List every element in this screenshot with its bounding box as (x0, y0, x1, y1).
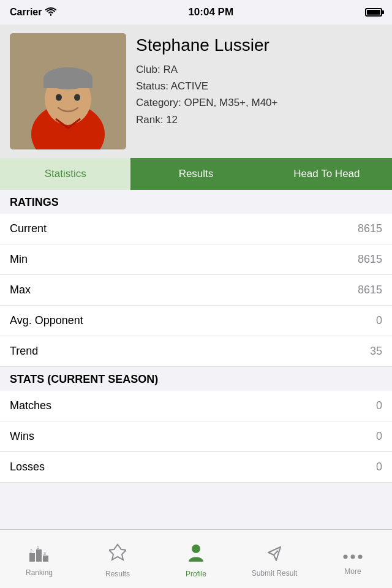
tab-statistics[interactable]: Statistics (0, 158, 130, 190)
more-icon (343, 546, 363, 565)
content-area: RATINGS Current 8615 Min 8615 Max 8615 A… (0, 190, 392, 483)
submit-label: Submit Result (252, 569, 298, 578)
row-trend: Trend 35 (0, 336, 392, 367)
svg-point-19 (358, 555, 363, 559)
top-tab-bar: Statistics Results Head To Head (0, 158, 392, 190)
results-icon (109, 543, 126, 567)
value-current: 8615 (358, 222, 382, 235)
bottom-tab-results[interactable]: Results (78, 540, 157, 578)
battery-icon (365, 8, 382, 17)
row-avg-opponent: Avg. Opponent 0 (0, 306, 392, 336)
ranking-icon: 2 1 3 (29, 545, 49, 566)
svg-point-18 (351, 555, 355, 559)
time-label: 10:04 PM (188, 6, 233, 18)
profile-tab-label: Profile (186, 570, 206, 578)
value-trend: 35 (370, 345, 382, 358)
bottom-tab-profile[interactable]: Profile (157, 540, 235, 578)
svg-text:2: 2 (30, 549, 32, 553)
label-current: Current (10, 222, 47, 235)
svg-point-15 (192, 545, 200, 553)
row-current: Current 8615 (0, 214, 392, 244)
value-matches: 0 (376, 399, 382, 412)
label-wins: Wins (10, 430, 34, 443)
submit-icon (265, 544, 284, 567)
profile-rank: Rank: 12 (136, 111, 382, 128)
label-min: Min (10, 253, 28, 266)
avatar (10, 33, 126, 149)
value-min: 8615 (358, 253, 382, 266)
value-avg-opponent: 0 (376, 314, 382, 327)
row-max: Max 8615 (0, 275, 392, 306)
ranking-label: Ranking (26, 568, 53, 577)
tab-head-to-head[interactable]: Head To Head (262, 158, 392, 190)
profile-club: Club: RA (136, 61, 382, 78)
svg-rect-9 (29, 553, 35, 562)
profile-icon (187, 543, 205, 567)
value-wins: 0 (376, 430, 382, 443)
profile-header: Stephane Lussier Club: RA Status: ACTIVE… (0, 24, 392, 158)
svg-point-8 (74, 94, 80, 101)
svg-rect-10 (36, 549, 42, 562)
bottom-tab-submit[interactable]: Submit Result (235, 540, 314, 578)
row-wins: Wins 0 (0, 421, 392, 452)
svg-rect-11 (43, 556, 48, 562)
profile-info: Stephane Lussier Club: RA Status: ACTIVE… (136, 33, 382, 128)
svg-line-16 (274, 551, 278, 555)
carrier-text: Carrier (10, 7, 42, 18)
row-matches: Matches 0 (0, 391, 392, 421)
stats-section-header: STATS (CURRENT SEASON) (0, 367, 392, 391)
bottom-tab-bar: 2 1 3 Ranking Results Profile (0, 529, 392, 588)
profile-name: Stephane Lussier (136, 36, 382, 55)
value-losses: 0 (376, 461, 382, 473)
tab-results[interactable]: Results (130, 158, 261, 190)
bottom-tab-more[interactable]: More (314, 542, 392, 576)
carrier-label: Carrier (10, 7, 56, 18)
status-bar: Carrier 10:04 PM (0, 0, 392, 24)
wifi-icon (45, 7, 56, 18)
profile-status: Status: ACTIVE (136, 78, 382, 94)
label-losses: Losses (10, 461, 45, 473)
label-trend: Trend (10, 345, 38, 358)
label-max: Max (10, 284, 31, 296)
row-losses: Losses 0 (0, 452, 392, 483)
value-max: 8615 (358, 284, 382, 296)
row-min: Min 8615 (0, 244, 392, 275)
results-tab-label: Results (105, 570, 130, 578)
profile-category: Category: OPEN, M35+, M40+ (136, 94, 382, 111)
svg-text:1: 1 (37, 545, 39, 549)
label-avg-opponent: Avg. Opponent (10, 314, 83, 327)
svg-point-17 (344, 555, 348, 559)
more-label: More (344, 567, 361, 576)
bottom-tab-ranking[interactable]: 2 1 3 Ranking (0, 541, 78, 577)
svg-point-7 (56, 94, 62, 101)
ratings-section-header: RATINGS (0, 190, 392, 214)
svg-rect-6 (43, 78, 92, 88)
svg-text:3: 3 (43, 551, 46, 556)
label-matches: Matches (10, 399, 51, 412)
